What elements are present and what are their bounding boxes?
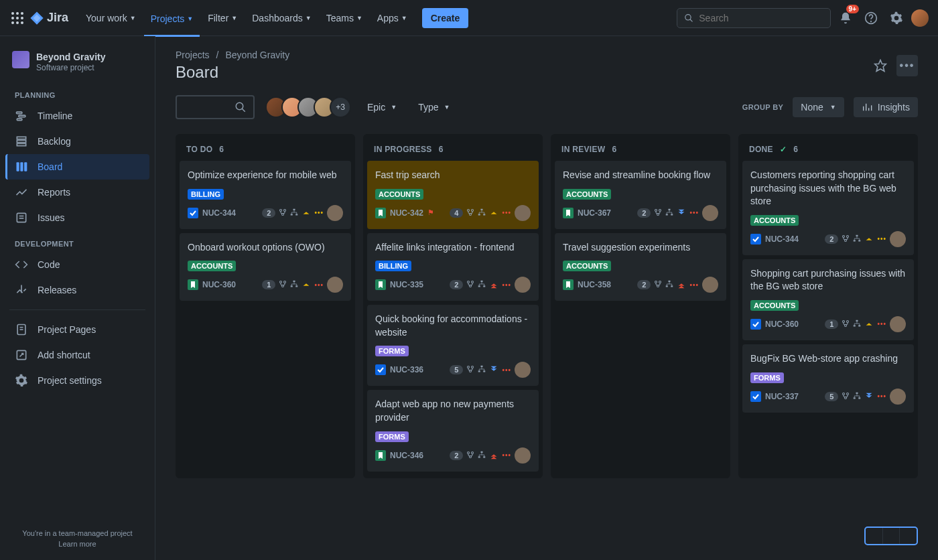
search-input[interactable] bbox=[699, 13, 823, 23]
svg-rect-42 bbox=[296, 214, 298, 215]
breadcrumb-root[interactable]: Projects bbox=[176, 50, 210, 60]
column: IN REVIEW6 Revise and streamline booking… bbox=[551, 134, 730, 478]
assignee-avatar[interactable] bbox=[327, 277, 343, 293]
svg-point-38 bbox=[284, 209, 286, 211]
issue-type-icon bbox=[563, 208, 574, 218]
assignee-avatar[interactable] bbox=[890, 316, 906, 332]
sidebar-item-backlog[interactable]: Backlog bbox=[5, 129, 149, 154]
notification-badge: 9+ bbox=[846, 5, 859, 13]
column: DONE✓6 Customers reporting shopping cart… bbox=[738, 134, 918, 478]
svg-rect-82 bbox=[669, 208, 671, 210]
sidebar-item-issues[interactable]: Issues bbox=[5, 205, 149, 230]
issue-type-icon bbox=[188, 208, 198, 218]
jira-logo[interactable]: Jira bbox=[29, 11, 68, 25]
learn-more-link[interactable]: Learn more bbox=[12, 540, 143, 548]
notifications-button[interactable]: 9+ bbox=[835, 7, 856, 29]
card[interactable]: Travel suggestion experiments ACCOUNTS N… bbox=[555, 233, 726, 301]
avatar-more[interactable]: +3 bbox=[330, 96, 351, 118]
svg-line-31 bbox=[242, 109, 245, 112]
card-tag: ACCOUNTS bbox=[375, 189, 423, 200]
svg-point-101 bbox=[847, 320, 849, 322]
nav-filter[interactable]: Filter▼ bbox=[201, 9, 244, 27]
card[interactable]: Customers reporting shopping cart purcha… bbox=[742, 161, 914, 255]
filter-type[interactable]: Type▼ bbox=[413, 98, 455, 117]
card[interactable]: Affelite links integration - frontend BI… bbox=[367, 233, 539, 301]
card[interactable]: Fast trip search ACCOUNTS NUC-342 ⚑ 4 ••… bbox=[367, 161, 539, 229]
priority-icon bbox=[677, 280, 686, 289]
svg-line-10 bbox=[690, 19, 693, 21]
column-header[interactable]: IN REVIEW6 bbox=[555, 141, 726, 161]
nav-your-work[interactable]: Your work▼ bbox=[79, 9, 143, 27]
card[interactable]: Revise and streamline booking flow ACCOU… bbox=[555, 161, 726, 229]
zoom-control[interactable] bbox=[864, 527, 918, 545]
tree-icon bbox=[665, 208, 673, 218]
global-search[interactable] bbox=[677, 8, 831, 28]
sidebar-item-reports[interactable]: Reports bbox=[5, 180, 149, 205]
column-header[interactable]: DONE✓6 bbox=[742, 141, 914, 161]
sidebar-item-settings[interactable]: Project settings bbox=[5, 368, 149, 393]
nav-apps[interactable]: Apps▼ bbox=[371, 9, 414, 27]
project-header[interactable]: Beyond Gravity Software project bbox=[5, 48, 149, 82]
sidebar-item-pages[interactable]: Project Pages bbox=[5, 317, 149, 342]
nav-dashboards[interactable]: Dashboards▼ bbox=[245, 9, 318, 27]
card[interactable]: Adapt web app no new payments provider F… bbox=[367, 390, 539, 471]
sidebar-item-code[interactable]: Code bbox=[5, 252, 149, 277]
sidebar-item-releases[interactable]: Releases bbox=[5, 277, 149, 303]
column-header[interactable]: IN PROGRESS6 bbox=[367, 141, 539, 161]
svg-rect-49 bbox=[296, 285, 298, 287]
card[interactable]: Quick booking for accommodations - websi… bbox=[367, 305, 539, 386]
star-button[interactable] bbox=[870, 55, 891, 76]
tree-icon bbox=[478, 365, 486, 374]
svg-rect-97 bbox=[854, 240, 856, 241]
group-by-dropdown[interactable]: None▼ bbox=[793, 97, 844, 117]
tree-icon bbox=[665, 280, 673, 289]
status-dots-icon: ••• bbox=[502, 281, 511, 289]
settings-button[interactable] bbox=[886, 7, 907, 29]
svg-point-37 bbox=[280, 209, 282, 211]
help-button[interactable] bbox=[860, 7, 882, 29]
assignee-avatar[interactable] bbox=[515, 277, 531, 293]
nav-teams[interactable]: Teams▼ bbox=[320, 9, 369, 27]
breadcrumb-current[interactable]: Beyond Gravity bbox=[225, 50, 289, 60]
svg-point-2 bbox=[21, 12, 23, 15]
assignee-avatar[interactable] bbox=[515, 362, 531, 378]
assignee-avatar[interactable] bbox=[515, 205, 531, 221]
tree-icon bbox=[478, 208, 486, 218]
sidebar-item-board[interactable]: Board bbox=[5, 154, 149, 180]
card[interactable]: BugFix BG Web-store app crashing FORMS N… bbox=[742, 344, 914, 413]
sidebar-item-timeline[interactable]: Timeline bbox=[5, 103, 149, 129]
insights-button[interactable]: Insights bbox=[854, 97, 918, 117]
svg-point-86 bbox=[655, 281, 657, 283]
tree-icon bbox=[853, 392, 861, 401]
assignee-avatar[interactable] bbox=[702, 205, 718, 221]
chevron-down-icon: ▼ bbox=[356, 15, 362, 21]
board-search[interactable] bbox=[176, 95, 255, 119]
app-switcher-icon[interactable] bbox=[9, 10, 25, 26]
svg-rect-48 bbox=[291, 285, 293, 287]
filter-epic[interactable]: Epic▼ bbox=[362, 98, 402, 117]
card[interactable]: Onboard workout options (OWO) ACCOUNTS N… bbox=[180, 233, 351, 301]
branch-icon bbox=[466, 208, 474, 218]
assignee-avatar[interactable] bbox=[515, 447, 531, 464]
svg-point-4 bbox=[16, 17, 19, 19]
assignee-avatar[interactable] bbox=[890, 389, 906, 405]
card-title: Customers reporting shopping cart purcha… bbox=[750, 169, 906, 208]
svg-point-44 bbox=[280, 281, 282, 283]
nav-projects[interactable]: Projects▼ bbox=[144, 9, 200, 37]
profile-avatar[interactable] bbox=[911, 9, 929, 27]
svg-point-108 bbox=[847, 393, 849, 395]
card[interactable]: Shopping cart purchasing issues with the… bbox=[742, 259, 914, 340]
chevron-down-icon: ▼ bbox=[130, 15, 136, 21]
assignee-avatar[interactable] bbox=[890, 231, 906, 247]
status-dots-icon: ••• bbox=[877, 320, 886, 328]
svg-point-94 bbox=[847, 235, 849, 237]
svg-rect-63 bbox=[484, 285, 486, 287]
assignee-avatar[interactable] bbox=[327, 205, 343, 221]
column-header[interactable]: TO DO6 bbox=[180, 141, 351, 161]
card[interactable]: Optimize experience for mobile web BILLI… bbox=[180, 161, 351, 229]
sidebar-item-shortcut[interactable]: Add shortcut bbox=[5, 342, 149, 368]
create-button[interactable]: Create bbox=[422, 8, 469, 28]
chevron-down-icon: ▼ bbox=[306, 15, 312, 21]
more-button[interactable]: ••• bbox=[896, 55, 918, 76]
assignee-avatar[interactable] bbox=[702, 277, 718, 293]
